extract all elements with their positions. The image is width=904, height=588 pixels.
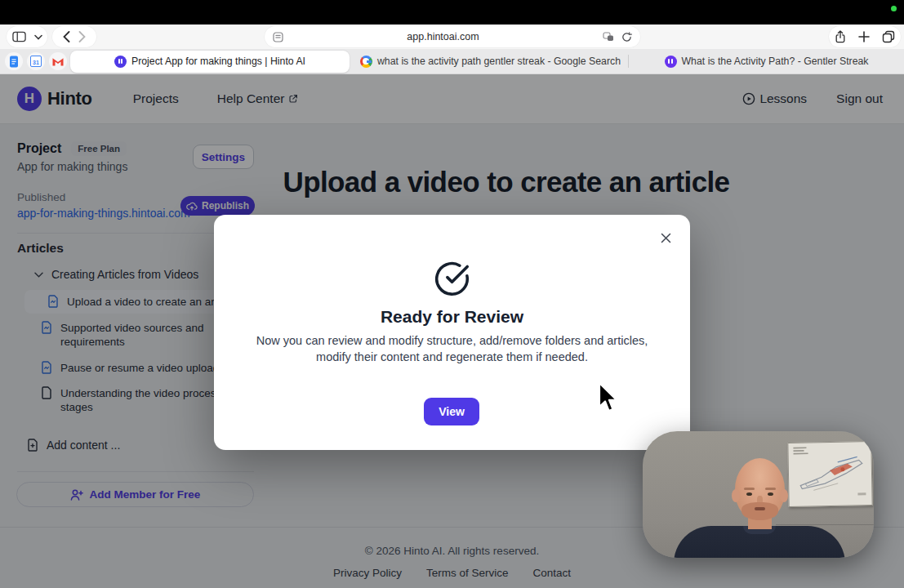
browser-toolbar: app.hintoai.com: [0, 24, 904, 49]
translate-icon[interactable]: [603, 32, 614, 42]
pinned-tab-google-calendar[interactable]: 31: [27, 52, 45, 70]
camera-active-dot: [891, 6, 897, 11]
presenter-webcam-overlay: [643, 431, 874, 558]
calendar-icon: 31: [31, 56, 41, 66]
back-icon[interactable]: [63, 31, 70, 42]
share-icon[interactable]: [835, 30, 846, 43]
tab-bar: 31 Project App for making things | Hinto…: [0, 49, 904, 74]
tab-title: What is the Activity Path? - Gentler Str…: [682, 56, 869, 67]
presenter-shoulders: [674, 526, 845, 558]
tab-title: Project App for making things | Hinto AI: [131, 56, 305, 67]
modal-title: Ready for Review: [214, 307, 690, 327]
view-button[interactable]: View: [424, 398, 479, 425]
close-icon[interactable]: [656, 228, 675, 247]
modal-body-text: Now you can review and modify structure,…: [247, 332, 657, 365]
pinned-tab-google-docs[interactable]: [5, 52, 23, 70]
macos-menubar: [0, 0, 904, 24]
google-favicon: [360, 56, 372, 68]
tab-hinto-project[interactable]: Project App for making things | Hinto AI: [70, 51, 350, 73]
toolbar-right-group: [829, 26, 901, 47]
presenter-person: [643, 431, 874, 558]
gentler-streak-favicon: [665, 56, 677, 68]
tab-gentler-streak[interactable]: What is the Activity Path? - Gentler Str…: [629, 49, 904, 74]
pinned-tab-gmail[interactable]: [49, 52, 67, 70]
gmail-icon: [52, 57, 64, 66]
toolbar-left-group: [7, 26, 47, 47]
tab-title: what is the activity path gentler streak…: [377, 56, 621, 67]
ready-for-review-modal: Ready for Review Now you can review and …: [214, 215, 690, 450]
page-settings-icon[interactable]: [273, 32, 283, 42]
tab-overview-icon[interactable]: [882, 30, 895, 43]
address-bar[interactable]: app.hintoai.com: [265, 26, 640, 47]
hinto-favicon: [114, 56, 127, 68]
pinned-tabs: 31: [5, 52, 67, 70]
toolbar-nav-group: [52, 26, 96, 47]
presenter-face: [735, 458, 785, 520]
address-bar-actions: [603, 32, 632, 42]
reload-icon[interactable]: [621, 32, 632, 42]
forward-icon[interactable]: [78, 31, 86, 42]
url-text[interactable]: app.hintoai.com: [283, 31, 603, 42]
check-circle-icon: [434, 261, 470, 297]
new-tab-icon[interactable]: [858, 31, 870, 42]
tab-google-search[interactable]: what is the activity path gentler streak…: [353, 49, 628, 74]
sidebar-toggle-icon[interactable]: [12, 31, 26, 42]
chevron-down-icon[interactable]: [34, 34, 42, 40]
